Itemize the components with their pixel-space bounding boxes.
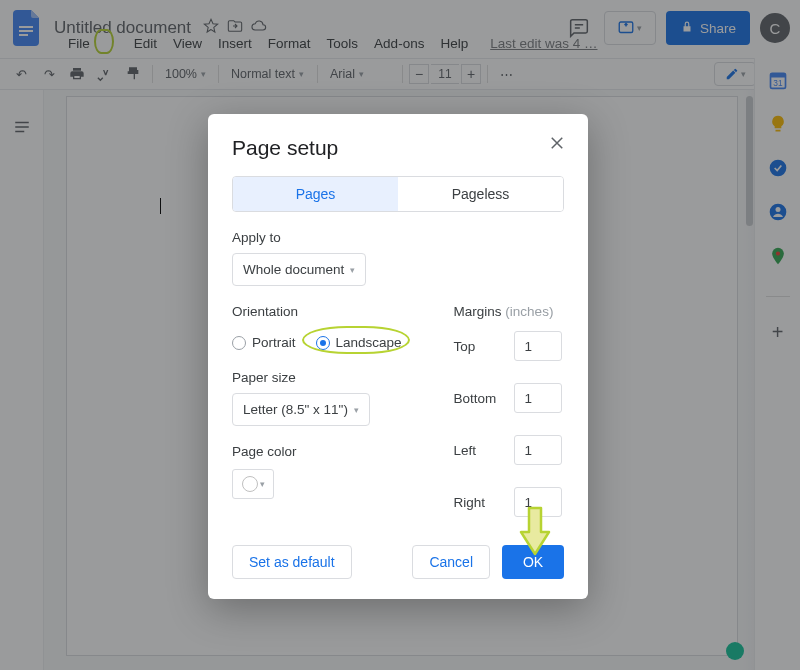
dialog-title: Page setup xyxy=(232,136,564,160)
margin-right-label: Right xyxy=(454,495,504,510)
paper-size-dropdown[interactable]: Letter (8.5" x 11")▾ xyxy=(232,393,370,426)
margin-right-input[interactable] xyxy=(514,487,562,517)
page-color-swatch[interactable]: ▾ xyxy=(232,469,274,499)
margin-top-input[interactable] xyxy=(514,331,562,361)
cancel-button[interactable]: Cancel xyxy=(412,545,490,579)
apply-to-dropdown[interactable]: Whole document▾ xyxy=(232,253,366,286)
apply-to-label: Apply to xyxy=(232,230,564,245)
margin-left-label: Left xyxy=(454,443,504,458)
paper-size-label: Paper size xyxy=(232,370,414,385)
page-setup-dialog: Page setup Pages Pageless Apply to Whole… xyxy=(208,114,588,599)
color-circle-icon xyxy=(242,476,258,492)
margin-bottom-label: Bottom xyxy=(454,391,504,406)
tab-pages[interactable]: Pages xyxy=(233,177,398,211)
margin-top-label: Top xyxy=(454,339,504,354)
radio-icon xyxy=(316,336,330,350)
orientation-portrait-radio[interactable]: Portrait xyxy=(232,335,296,350)
page-color-label: Page color xyxy=(232,444,414,459)
orientation-landscape-radio[interactable]: Landscape xyxy=(310,333,414,352)
tab-pageless[interactable]: Pageless xyxy=(398,177,563,211)
margin-left-input[interactable] xyxy=(514,435,562,465)
margin-bottom-input[interactable] xyxy=(514,383,562,413)
margins-label: Margins (inches) xyxy=(454,304,564,319)
set-as-default-button[interactable]: Set as default xyxy=(232,545,352,579)
orientation-label: Orientation xyxy=(232,304,414,319)
close-icon[interactable] xyxy=(548,134,568,154)
radio-icon xyxy=(232,336,246,350)
dialog-tabs: Pages Pageless xyxy=(232,176,564,212)
ok-button[interactable]: OK xyxy=(502,545,564,579)
